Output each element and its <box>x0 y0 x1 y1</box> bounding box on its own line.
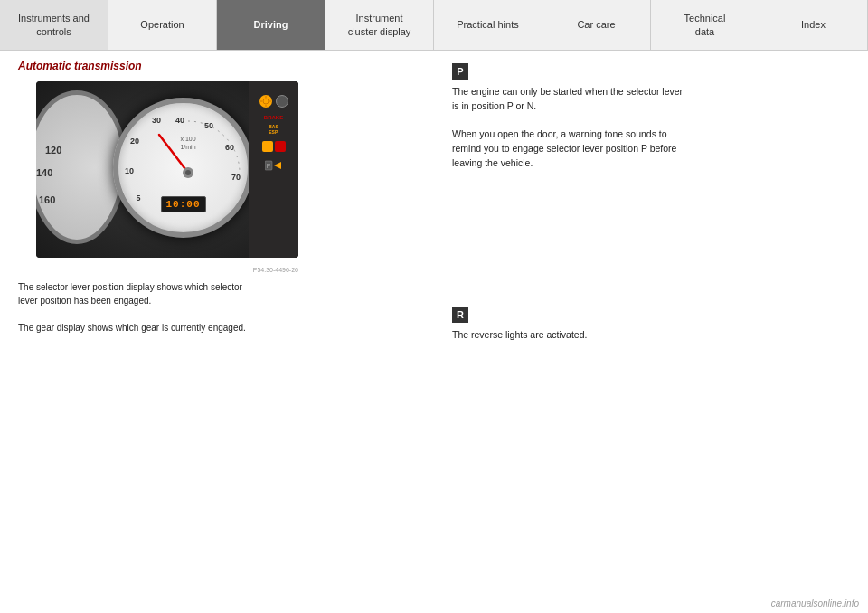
nav-item-carcare[interactable]: Car care <box>542 0 651 50</box>
nav-label-practical: Practical hints <box>457 18 518 31</box>
nav-label-instruments: Instruments and controls <box>11 12 97 38</box>
warning-panel: BRAKE BASESP P <box>249 81 298 258</box>
body-text-p: The engine can only be started when the … <box>452 85 850 171</box>
svg-text:20: 20 <box>130 137 139 146</box>
left-para-2: lever position has been engaged. <box>18 294 411 307</box>
tachometer: 40 50 60 70 30 20 10 5 x 100 1/min <box>113 98 253 238</box>
nav-label-driving: Driving <box>254 18 288 31</box>
nav-item-cluster[interactable]: Instrumentcluster display <box>326 0 434 50</box>
svg-text:P: P <box>266 163 270 169</box>
middle-para-4 <box>452 222 841 232</box>
right-panel: P The engine can only be started when th… <box>434 51 868 613</box>
svg-text:5: 5 <box>136 193 140 203</box>
nav-item-operation[interactable]: Operation <box>108 0 217 50</box>
middle-para-3 <box>452 211 841 222</box>
nav-item-index[interactable]: Index <box>760 0 868 50</box>
svg-text:60: 60 <box>225 143 234 152</box>
middle-para-8 <box>452 265 841 276</box>
instrument-cluster-image: 120 140 160 40 50 60 70 30 <box>36 81 298 258</box>
nav-label-operation: Operation <box>140 18 184 31</box>
svg-text:50: 50 <box>204 121 213 130</box>
r-para-1: The reverse lights are activated. <box>452 328 841 343</box>
middle-para-6 <box>452 243 841 254</box>
page-title: Automatic transmission <box>18 60 416 72</box>
nav-label-index: Index <box>801 18 826 31</box>
svg-text:30: 30 <box>152 116 161 125</box>
watermark: carmanualsonline.info <box>771 599 859 608</box>
nav-item-practical[interactable]: Practical hints <box>434 0 542 50</box>
body-text-middle <box>452 189 850 276</box>
gear-p-label: P <box>457 66 463 77</box>
nav-label-cluster: Instrumentcluster display <box>348 12 411 38</box>
body-text-r: The reverse lights are activated. <box>452 328 850 343</box>
image-caption: P54.30-4496-26 <box>36 267 298 273</box>
middle-para-2 <box>452 200 841 211</box>
brake-warning-label: BRAKE <box>264 115 283 120</box>
svg-text:10: 10 <box>125 166 134 175</box>
svg-text:70: 70 <box>231 173 241 182</box>
svg-point-15 <box>185 170 191 175</box>
svg-text:1/min: 1/min <box>180 144 195 150</box>
svg-text:40: 40 <box>175 116 184 125</box>
nav-label-carcare: Car care <box>577 18 615 31</box>
p-para-1: The engine can only be started when the … <box>452 85 841 99</box>
left-body-text: The selector lever position display show… <box>18 280 416 335</box>
gear-r-label: R <box>457 309 464 320</box>
page-container: Instruments and controls Operation Drivi… <box>0 0 868 613</box>
left-panel: Automatic transmission 120 140 160 <box>0 51 434 613</box>
p-para-5: leaving the vehicle. <box>452 156 841 171</box>
nav-item-instruments[interactable]: Instruments and controls <box>0 0 108 50</box>
section-p: P The engine can only be started when th… <box>452 60 850 171</box>
svg-text:140: 140 <box>36 167 52 178</box>
section-r: R The reverse lights are activated. <box>452 303 850 343</box>
p-para-2: is in position P or N. <box>452 99 841 114</box>
middle-para-1 <box>452 189 841 200</box>
gear-r-box: R <box>452 306 468 323</box>
svg-point-16 <box>263 99 269 104</box>
middle-para-5 <box>452 232 841 243</box>
nav-item-technical[interactable]: Technicaldata <box>651 0 760 50</box>
svg-text:120: 120 <box>45 145 61 156</box>
p-para-3: When you open the door, a warning tone s… <box>452 127 841 142</box>
left-para-3: The gear display shows which gear is cur… <box>18 321 411 335</box>
svg-text:160: 160 <box>39 194 55 205</box>
nav-bar: Instruments and controls Operation Drivi… <box>0 0 868 51</box>
nav-label-technical: Technicaldata <box>684 12 726 38</box>
digital-display: 10:00 <box>160 196 205 212</box>
gear-p-box: P <box>452 63 468 80</box>
content-area: Automatic transmission 120 140 160 <box>0 51 868 613</box>
svg-text:x 100: x 100 <box>180 136 195 142</box>
instrument-cluster-viz: 120 140 160 40 50 60 70 30 <box>36 81 298 258</box>
left-para-1: The selector lever position display show… <box>18 280 411 294</box>
nav-item-driving[interactable]: Driving <box>217 0 326 50</box>
middle-para-7 <box>452 254 841 265</box>
bas-esp-label: BASESP <box>269 124 278 135</box>
p-para-4: remind you to engage selector lever posi… <box>452 142 841 156</box>
